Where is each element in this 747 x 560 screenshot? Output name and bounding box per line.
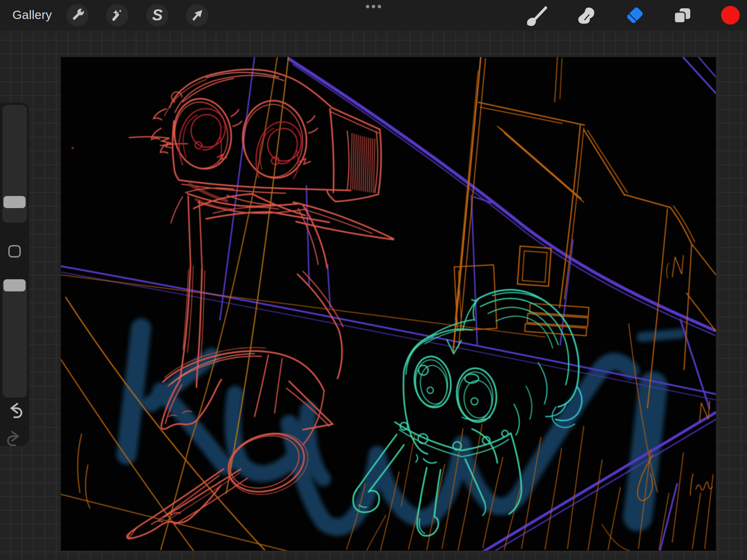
svg-text:S: S	[152, 6, 163, 24]
